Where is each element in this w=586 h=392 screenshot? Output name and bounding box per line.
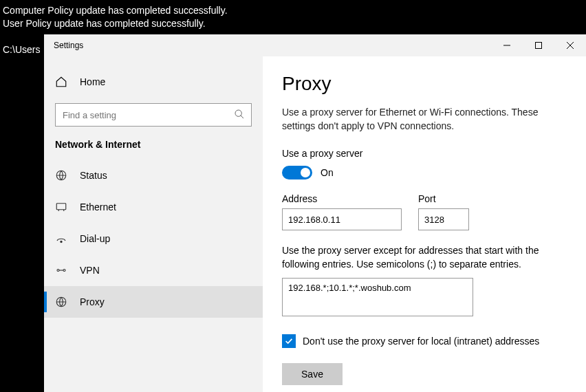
sidebar-item-dialup[interactable]: Dial-up	[44, 223, 263, 254]
home-icon	[55, 76, 67, 88]
settings-window: Settings Home	[44, 34, 586, 392]
content-pane: Proxy Use a proxy server for Ethernet or…	[263, 56, 586, 392]
home-link[interactable]: Home	[44, 69, 263, 95]
sidebar-item-label: Proxy	[80, 296, 105, 307]
window-controls	[491, 34, 586, 56]
sidebar-item-label: Status	[80, 170, 107, 181]
sidebar: Home Network & Internet Status	[44, 56, 263, 392]
sidebar-item-ethernet[interactable]: Ethernet	[44, 191, 263, 223]
save-button[interactable]: Save	[282, 363, 343, 385]
maximize-button[interactable]	[523, 34, 554, 56]
check-icon	[284, 336, 294, 346]
svg-line-5	[241, 116, 243, 118]
address-label: Address	[282, 193, 402, 204]
close-button[interactable]	[554, 34, 586, 56]
toggle-state-label: On	[321, 167, 334, 178]
use-proxy-toggle[interactable]	[282, 166, 312, 179]
minimize-icon	[503, 42, 510, 49]
page-title: Proxy	[282, 73, 567, 95]
proxy-icon	[55, 296, 67, 308]
search-icon	[234, 109, 245, 122]
titlebar: Settings	[44, 34, 586, 56]
maximize-icon	[535, 42, 542, 49]
local-bypass-row[interactable]: Don't use the proxy server for local (in…	[282, 334, 567, 348]
sidebar-item-label: Ethernet	[80, 202, 116, 213]
ethernet-icon	[55, 201, 67, 213]
svg-point-4	[235, 110, 241, 116]
close-icon	[567, 42, 574, 49]
svg-rect-7	[56, 204, 66, 210]
nav-list: Status Ethernet Dial-up	[44, 160, 263, 318]
local-bypass-label: Don't use the proxy server for local (in…	[303, 336, 539, 347]
svg-point-11	[57, 270, 59, 272]
minimize-button[interactable]	[491, 34, 523, 56]
use-proxy-label: Use a proxy server	[282, 148, 567, 159]
svg-rect-1	[536, 43, 542, 49]
sidebar-item-vpn[interactable]: VPN	[44, 254, 263, 286]
status-icon	[55, 169, 67, 182]
window-title: Settings	[44, 41, 83, 50]
svg-point-12	[63, 270, 65, 272]
port-label: Port	[418, 193, 469, 204]
sidebar-item-label: Dial-up	[80, 233, 110, 244]
page-description: Use a proxy server for Ethernet or Wi-Fi…	[282, 106, 567, 133]
toggle-knob	[301, 168, 310, 177]
exceptions-description: Use the proxy server except for addresse…	[282, 244, 567, 271]
address-input[interactable]	[282, 208, 402, 230]
category-title: Network & Internet	[44, 139, 263, 160]
port-input[interactable]	[418, 208, 469, 230]
vpn-icon	[55, 264, 67, 276]
svg-point-10	[61, 241, 62, 242]
sidebar-item-proxy[interactable]: Proxy	[44, 286, 263, 318]
search-input[interactable]	[55, 103, 252, 127]
home-label: Home	[80, 76, 105, 87]
sidebar-item-status[interactable]: Status	[44, 160, 263, 191]
search-wrap	[55, 103, 252, 127]
local-bypass-checkbox[interactable]	[282, 334, 296, 348]
dialup-icon	[55, 232, 67, 245]
exceptions-input[interactable]	[282, 278, 473, 316]
sidebar-item-label: VPN	[80, 265, 100, 276]
